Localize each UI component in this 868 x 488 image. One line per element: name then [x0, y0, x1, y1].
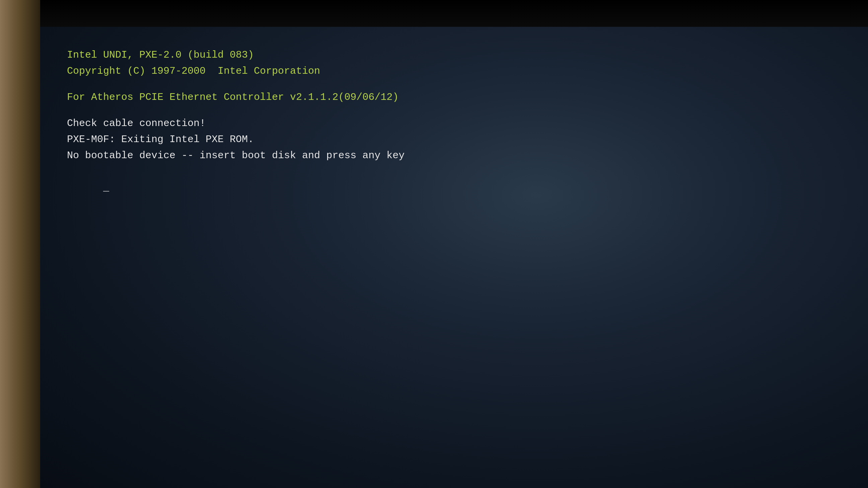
line-pxe-header: Intel UNDI, PXE-2.0 (build 083) [67, 47, 841, 63]
line-exiting: PXE-M0F: Exiting Intel PXE ROM. [67, 132, 841, 147]
cursor-line: _ [67, 164, 841, 212]
top-bar [40, 0, 868, 27]
line-no-bootable: No bootable device -- insert boot disk a… [67, 147, 841, 164]
screen-area: Intel UNDI, PXE-2.0 (build 083) Copyrigh… [40, 0, 868, 488]
terminal-content: Intel UNDI, PXE-2.0 (build 083) Copyrigh… [40, 27, 868, 274]
line-copyright: Copyright (C) 1997-2000 Intel Corporatio… [67, 63, 841, 79]
line-cable: Check cable connection! [67, 115, 841, 132]
spacer-1 [67, 79, 841, 89]
terminal-cursor: _ [103, 182, 109, 193]
line-atheros: For Atheros PCIE Ethernet Controller v2.… [67, 89, 841, 105]
left-border [0, 0, 40, 488]
spacer-2 [67, 105, 841, 115]
bottom-area [40, 274, 868, 488]
